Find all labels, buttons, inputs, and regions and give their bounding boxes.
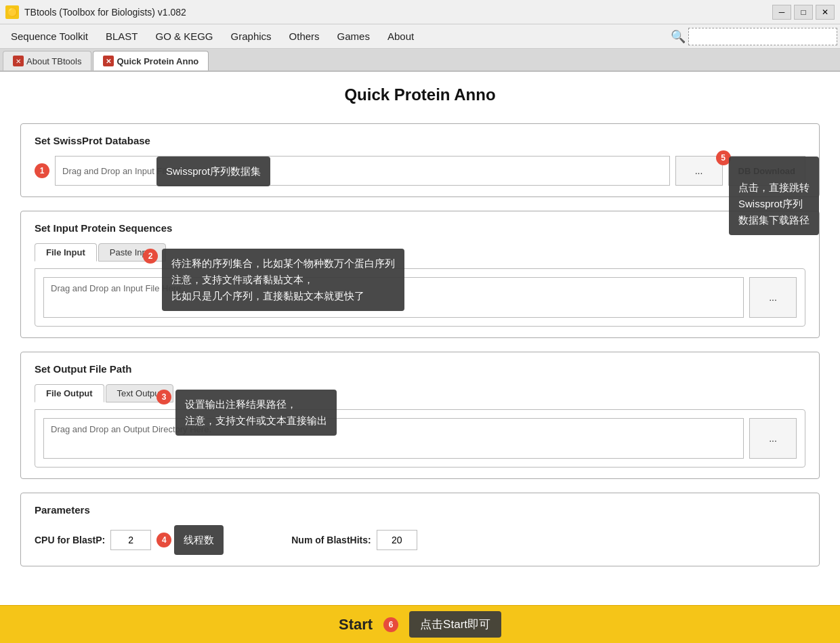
tooltip-3: 设置输出注释结果路径， 注意，支持文件或文本直接输出: [175, 390, 337, 436]
output-sub-tab-bar: File Output Text Output: [35, 384, 805, 402]
app-title: TBtools (Toolbox for Biologists) v1.082: [24, 7, 186, 18]
tab-about-close[interactable]: ✕: [13, 56, 24, 66]
swissprot-input-row: 1 Drag and Drop an Input File Here. ... …: [35, 156, 805, 186]
close-button[interactable]: ✕: [816, 5, 835, 20]
file-output-tab[interactable]: File Output: [35, 384, 104, 402]
tooltip-badge-4: 4: [156, 533, 171, 547]
tab-about-label: About TBtools: [26, 56, 81, 66]
tooltip-badge-3: 3: [156, 390, 171, 405]
input-protein-title: Set Input Protein Sequences: [35, 222, 805, 234]
tooltip-badge-5: 5: [716, 150, 731, 165]
tab-bar: ✕ About TBtools ✕ Quick Protein Anno: [0, 49, 840, 72]
swissprot-placeholder: Drag and Drop an Input File Here.: [62, 166, 195, 176]
page-title: Quick Protein Anno: [20, 85, 820, 104]
input-protein-browse-btn[interactable]: ...: [749, 277, 797, 318]
parameters-section: Parameters CPU for BlastP: 4 线程数 Num of …: [20, 493, 820, 566]
swissprot-browse-btn[interactable]: ...: [675, 156, 723, 186]
menu-sequence-toolkit[interactable]: Sequence Toolkit: [3, 28, 96, 45]
blast-hits-group: Num of BlastHits:: [291, 530, 417, 550]
title-bar-controls: ─ □ ✕: [772, 5, 835, 20]
search-icon[interactable]: 🔍: [671, 29, 686, 44]
output-tab-content: Drag and Drop an Output Directory Here. …: [35, 409, 805, 468]
tooltip-badge-2: 2: [143, 249, 158, 264]
tab-qpa-label: Quick Protein Anno: [117, 56, 198, 66]
blast-hits-input[interactable]: [377, 530, 417, 550]
parameters-title: Parameters: [35, 504, 805, 516]
tab-quick-protein-anno[interactable]: ✕ Quick Protein Anno: [93, 51, 209, 70]
cpu-tooltip-wrap: 4 线程数: [156, 525, 224, 555]
menu-bar: Sequence Toolkit BLAST GO & KEGG Graphic…: [0, 24, 840, 49]
search-input[interactable]: [688, 28, 837, 45]
cpu-input[interactable]: [110, 530, 151, 550]
start-button[interactable]: Start: [339, 616, 373, 634]
app-icon: 🟡: [5, 5, 19, 19]
main-content: Quick Protein Anno Set SwissProt Databas…: [0, 72, 840, 605]
menu-others[interactable]: Others: [281, 28, 328, 45]
search-area: 🔍: [671, 28, 837, 45]
title-bar-left: 🟡 TBtools (Toolbox for Biologists) v1.08…: [5, 5, 186, 19]
menu-graphics[interactable]: Graphics: [223, 28, 280, 45]
swissprot-section: Set SwissProt Database 1 Drag and Drop a…: [20, 123, 820, 197]
menu-games[interactable]: Games: [329, 28, 378, 45]
menu-blast[interactable]: BLAST: [98, 28, 146, 45]
params-row: CPU for BlastP: 4 线程数 Num of BlastHits:: [35, 525, 805, 555]
blast-hits-label: Num of BlastHits:: [291, 535, 371, 545]
input-protein-section: Set Input Protein Sequences File Input P…: [20, 211, 820, 338]
title-bar: 🟡 TBtools (Toolbox for Biologists) v1.08…: [0, 0, 840, 24]
output-drop-box[interactable]: Drag and Drop an Output Directory Here.: [43, 418, 744, 459]
output-title: Set Output File Path: [35, 363, 805, 375]
menu-about[interactable]: About: [379, 28, 422, 45]
tooltip-2-wrap: 2 待注释的序列集合，比如某个物种数万个蛋白序列 注意，支持文件或者黏贴文本， …: [143, 249, 404, 311]
tab-qpa-close[interactable]: ✕: [103, 56, 114, 66]
db-download-btn[interactable]: DB Download: [728, 156, 806, 186]
tab-about[interactable]: ✕ About TBtools: [3, 51, 91, 70]
tooltip-2: 待注释的序列集合，比如某个物种数万个蛋白序列 注意，支持文件或者黏贴文本， 比如…: [162, 249, 404, 311]
tooltip-3-wrap: 3 设置输出注释结果路径， 注意，支持文件或文本直接输出: [156, 390, 337, 436]
tooltip-6: 点击Start即可: [409, 611, 501, 638]
maximize-button[interactable]: □: [794, 5, 813, 20]
output-browse-btn[interactable]: ...: [749, 418, 797, 459]
tooltip-4: 线程数: [174, 525, 224, 555]
tooltip-badge-1: 1: [35, 163, 49, 178]
file-input-tab[interactable]: File Input: [35, 243, 97, 262]
menu-go-kegg[interactable]: GO & KEGG: [148, 28, 222, 45]
minimize-button[interactable]: ─: [772, 5, 791, 20]
tooltip-badge-6: 6: [383, 617, 398, 632]
cpu-group: CPU for BlastP: 4 线程数: [35, 525, 224, 555]
swissprot-title: Set SwissProt Database: [35, 135, 805, 146]
output-section: Set Output File Path File Output Text Ou…: [20, 352, 820, 479]
swissprot-drop-box[interactable]: Drag and Drop an Input File Here.: [55, 156, 670, 186]
cpu-label: CPU for BlastP:: [35, 535, 105, 545]
start-bar: Start 6 点击Start即可: [0, 605, 840, 643]
